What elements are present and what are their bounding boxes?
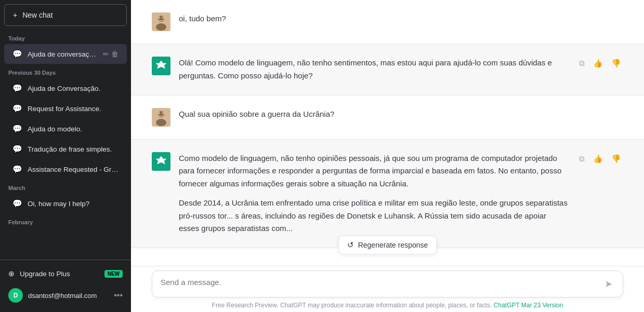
chat-icon: 💬	[12, 144, 22, 154]
last-message-wrapper: Como modelo de linguagem, não tenho opin…	[131, 139, 644, 255]
sidebar: + New chat Today 💬 Ajuda de conversação.…	[0, 0, 131, 312]
chat-icon: 💬	[12, 124, 22, 133]
edit-icon[interactable]: ✏	[103, 50, 109, 58]
sidebar-item-label: Request for Assistance.	[28, 105, 119, 113]
regenerate-response-button[interactable]: ↺ Regenerate response	[338, 236, 437, 254]
upgrade-badge: NEW	[104, 270, 123, 278]
user-avatar: D	[8, 288, 23, 303]
user-message-text-1: oi, tudo bem?	[179, 12, 623, 25]
more-options-icon: •••	[114, 291, 123, 300]
chat-icon: 💬	[12, 49, 22, 59]
chat-main: oi, tudo bem? Olá! Como modelo de lingua…	[131, 0, 644, 312]
section-label-march: March	[0, 180, 131, 193]
sidebar-item-label: Ajuda de conversação.	[28, 50, 98, 58]
regenerate-label: Regenerate response	[358, 241, 428, 249]
message-row-user-1: oi, tudo bem?	[131, 0, 644, 44]
assistant-message-text-2: Como modelo de linguagem, não tenho opin…	[179, 152, 569, 236]
input-area: ➤	[131, 266, 644, 300]
section-today: Today 💬 Ajuda de conversação. ✏ 🗑	[0, 30, 131, 64]
sidebar-item-label: Ajuda do modelo.	[28, 125, 119, 133]
message-input-box: ➤	[152, 270, 623, 297]
sidebar-item-traducao[interactable]: 💬 Tradução de frase simples.	[4, 139, 127, 159]
gpt-avatar-icon-2	[152, 152, 170, 171]
thumbup-button-2[interactable]: 👍	[591, 153, 605, 165]
gpt-avatar-icon	[152, 57, 170, 75]
section-label-february: February	[0, 214, 131, 227]
sidebar-item-ajuda-modelo[interactable]: 💬 Ajuda do modelo.	[4, 119, 127, 139]
messages-container: oi, tudo bem? Olá! Como modelo de lingua…	[131, 0, 644, 266]
plus-icon: +	[13, 11, 17, 19]
copy-button-1[interactable]: ⧉	[577, 58, 587, 69]
sidebar-bottom: ⊕ Upgrade to Plus NEW D dsantosf@hotmail…	[0, 260, 131, 312]
delete-icon[interactable]: 🗑	[111, 50, 119, 58]
new-chat-button[interactable]: + New chat	[4, 4, 127, 26]
message-row-user-2: Qual sua opinião sobre a guerra da Ucrân…	[131, 96, 644, 139]
chat-icon: 💬	[12, 104, 22, 113]
chatgpt-version-link[interactable]: ChatGPT Mar 23 Version	[494, 302, 563, 309]
user-menu-item[interactable]: D dsantosf@hotmail.com •••	[4, 283, 127, 308]
svg-point-2	[156, 23, 166, 31]
svg-point-3	[158, 17, 160, 19]
chat-icon: 💬	[12, 165, 22, 174]
sidebar-item-oi-how-may[interactable]: 💬 Oi, how may I help?	[4, 194, 127, 213]
sidebar-item-ajuda-conversa-active[interactable]: 💬 Ajuda de conversação. ✏ 🗑	[4, 44, 127, 64]
message-row-assistant-1: Olá! Como modelo de linguagem, não tenho…	[131, 44, 644, 96]
message-input[interactable]	[161, 277, 598, 291]
upgrade-label: Upgrade to Plus	[20, 270, 70, 278]
sidebar-item-label: Assistance Requested - Greet	[28, 166, 119, 173]
user-avatar-icon-2	[152, 108, 170, 127]
thumbdown-button-1[interactable]: 👎	[609, 58, 623, 69]
send-icon: ➤	[604, 278, 612, 290]
user-message-text-2: Qual sua opinião sobre a guerra da Ucrân…	[179, 108, 623, 121]
user-email: dsantosf@hotmail.com	[28, 292, 109, 300]
sidebar-item-request-assist[interactable]: 💬 Request for Assistance.	[4, 99, 127, 118]
chat-icon: 💬	[12, 199, 22, 208]
message-actions-2: ⧉ 👍 👎	[577, 152, 623, 165]
regen-icon: ↺	[347, 240, 354, 250]
message-actions-1: ⧉ 👍 👎	[577, 57, 623, 69]
item-actions: ✏ 🗑	[103, 50, 119, 58]
section-label-today: Today	[0, 30, 131, 44]
thumbup-button-1[interactable]: 👍	[591, 58, 605, 69]
sidebar-item-label: Tradução de frase simples.	[28, 145, 119, 153]
sidebar-item-label: Oi, how may I help?	[28, 200, 119, 208]
user-avatar-icon	[152, 12, 170, 31]
sidebar-item-label: Ajuda de Conversação.	[28, 85, 119, 92]
upgrade-to-plus-button[interactable]: ⊕ Upgrade to Plus NEW	[4, 264, 127, 283]
disclaimer-text: Free Research Preview. ChatGPT may produ…	[131, 300, 644, 312]
section-prev30: Previous 30 Days 💬 Ajuda de Conversação.…	[0, 64, 131, 180]
upgrade-icon: ⊕	[8, 269, 15, 278]
chat-icon: 💬	[12, 84, 22, 93]
assistant-message-text-1: Olá! Como modelo de linguagem, não tenho…	[179, 57, 569, 83]
section-label-prev30: Previous 30 Days	[0, 64, 131, 78]
svg-point-8	[156, 119, 166, 126]
sidebar-item-assistance-greet[interactable]: 💬 Assistance Requested - Greet	[4, 159, 127, 179]
new-chat-label: New chat	[22, 11, 52, 19]
svg-point-10	[162, 112, 164, 114]
section-february: February	[0, 214, 131, 227]
send-message-button[interactable]: ➤	[602, 276, 614, 292]
message-row-assistant-2: Como modelo de linguagem, não tenho opin…	[131, 139, 644, 249]
svg-point-9	[158, 112, 160, 114]
thumbdown-button-2[interactable]: 👎	[609, 153, 623, 165]
sidebar-item-ajuda-conversa-30[interactable]: 💬 Ajuda de Conversação.	[4, 78, 127, 98]
copy-button-2[interactable]: ⧉	[577, 153, 587, 165]
section-march: March 💬 Oi, how may I help?	[0, 180, 131, 214]
svg-point-4	[162, 17, 164, 19]
